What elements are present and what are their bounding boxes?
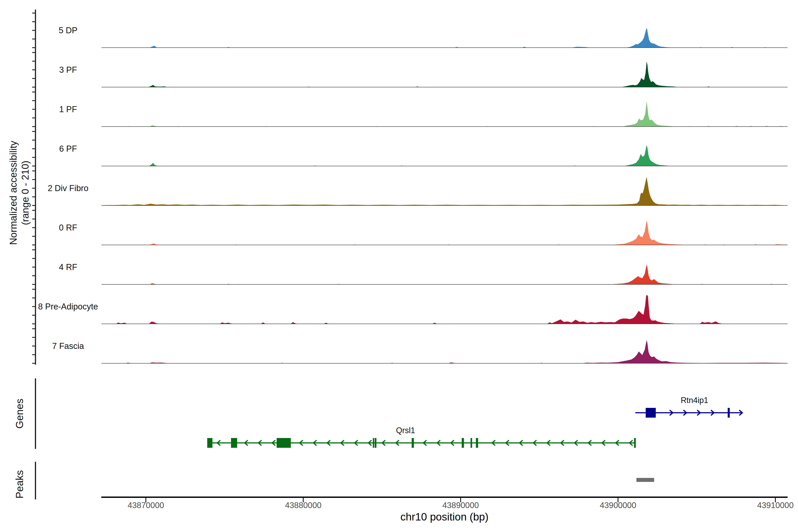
gene-label-qrsl1: Qrsl1 xyxy=(396,426,415,435)
gene-label-rtn4ip1: Rtn4ip1 xyxy=(681,396,708,405)
peak-interval xyxy=(636,478,654,482)
gene-exon-qrsl1 xyxy=(277,438,291,448)
y-axis-label-line2: (range 0 - 210) xyxy=(19,141,31,245)
gene-exon-qrsl1 xyxy=(634,438,636,448)
track-label: 0 RF xyxy=(59,223,77,232)
track-label: 8 Pre-Adipocyte xyxy=(38,302,98,311)
track-area-2-div-fibro xyxy=(102,177,787,206)
gene-exon-qrsl1 xyxy=(373,438,374,448)
track-label: 1 PF xyxy=(59,104,77,114)
track-label: 5 DP xyxy=(59,26,77,35)
gene-exon-rtn4ip1 xyxy=(728,408,730,418)
track-area-0-rf xyxy=(102,221,787,245)
track-area-5-dp xyxy=(102,28,787,48)
track-area-7-fascia xyxy=(102,340,787,363)
track-label: 2 Div Fibro xyxy=(48,184,89,193)
x-tick-label: 43910000 xyxy=(757,501,794,510)
track-area-1-pf xyxy=(102,101,787,127)
gene-exon-qrsl1 xyxy=(412,438,414,448)
peaks-section-label: Peaks xyxy=(14,470,25,498)
gene-exon-rtn4ip1 xyxy=(646,408,656,418)
x-tick-label: 43900000 xyxy=(600,501,636,510)
track-area-8-pre-adipocyte xyxy=(102,295,787,324)
track-label: 3 PF xyxy=(59,65,77,75)
x-tick-label: 43880000 xyxy=(285,501,322,510)
gene-exon-qrsl1 xyxy=(476,438,478,448)
genes-section-label: Genes xyxy=(14,399,25,429)
track-area-3-pf xyxy=(102,61,787,87)
gene-exon-qrsl1 xyxy=(462,438,464,448)
gene-exon-qrsl1 xyxy=(471,438,472,448)
gene-exon-qrsl1 xyxy=(375,438,376,448)
x-axis-title: chr10 position (bp) xyxy=(400,511,489,523)
plot-canvas xyxy=(0,0,798,532)
track-label: 7 Fascia xyxy=(52,341,84,351)
coverage-plot-figure: Normalized accessibility (range 0 - 210)… xyxy=(0,0,798,532)
track-area-6-pf xyxy=(102,145,787,166)
y-axis-label-line1: Normalized accessibility xyxy=(7,141,19,245)
x-tick-label: 43890000 xyxy=(442,501,479,510)
track-label: 6 PF xyxy=(59,144,77,154)
gene-exon-qrsl1 xyxy=(231,438,237,448)
gene-exon-qrsl1 xyxy=(207,438,212,448)
track-label: 4 RF xyxy=(59,263,77,272)
track-area-4-rf xyxy=(102,264,787,284)
x-tick-label: 43870000 xyxy=(128,501,164,510)
y-axis-label: Normalized accessibility (range 0 - 210) xyxy=(7,141,31,245)
